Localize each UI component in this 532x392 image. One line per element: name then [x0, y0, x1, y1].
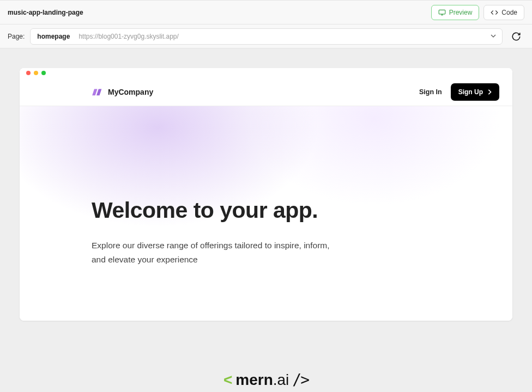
signin-link[interactable]: Sign In — [419, 88, 442, 96]
monitor-icon — [438, 9, 446, 16]
svg-rect-0 — [439, 10, 445, 14]
svg-rect-2 — [92, 89, 97, 95]
toolbar-actions: Preview Code — [431, 5, 524, 20]
canvas-area: MyCompany Sign In Sign Up Welcome to you… — [0, 48, 532, 392]
angle-left-icon: < — [223, 371, 232, 389]
footer-brand-suffix: .ai — [273, 371, 289, 388]
hero-subtitle: Explore our diverse range of offerings t… — [92, 238, 342, 267]
footer-brand-name: mern — [235, 371, 273, 388]
footer-brand-text: mern.ai — [235, 371, 289, 389]
top-toolbar: music-app-landing-page Preview Code — [0, 0, 532, 24]
footer-brand: < mern.ai /> — [0, 371, 532, 389]
browser-frame: MyCompany Sign In Sign Up Welcome to you… — [20, 68, 512, 321]
svg-rect-3 — [96, 89, 101, 95]
page-select-url: https://blog001-zyvg0g.skyslit.app/ — [78, 33, 178, 40]
brand-name: MyCompany — [108, 88, 153, 96]
preview-button[interactable]: Preview — [431, 5, 480, 20]
traffic-light-yellow — [34, 71, 38, 75]
page-select-name: homepage — [37, 33, 70, 40]
hero-title: Welcome to your app. — [92, 198, 440, 223]
hero: Welcome to your app. Explore our diverse… — [20, 106, 512, 321]
brand[interactable]: MyCompany — [92, 88, 153, 96]
preview-button-label: Preview — [449, 9, 473, 16]
page-label: Page: — [8, 33, 25, 40]
code-button[interactable]: Code — [483, 5, 524, 20]
page-bar: Page: homepage https://blog001-zyvg0g.sk… — [0, 24, 532, 48]
refresh-button[interactable] — [508, 28, 524, 45]
signup-button-label: Sign Up — [458, 88, 483, 96]
brand-logo-icon — [92, 88, 104, 96]
traffic-light-green — [41, 71, 46, 75]
code-icon — [491, 9, 498, 16]
signup-button[interactable]: Sign Up — [451, 83, 499, 101]
self-close-icon: /> — [292, 371, 309, 389]
header-actions: Sign In Sign Up — [419, 83, 499, 101]
refresh-icon — [511, 32, 521, 41]
site-header: MyCompany Sign In Sign Up — [20, 78, 512, 106]
chevron-right-icon — [487, 89, 492, 95]
page-select[interactable]: homepage https://blog001-zyvg0g.skyslit.… — [30, 28, 503, 45]
browser-traffic-lights — [20, 68, 512, 78]
code-button-label: Code — [501, 9, 517, 16]
project-name: music-app-landing-page — [8, 9, 83, 16]
traffic-light-red — [26, 71, 31, 75]
chevron-down-icon — [490, 32, 497, 41]
